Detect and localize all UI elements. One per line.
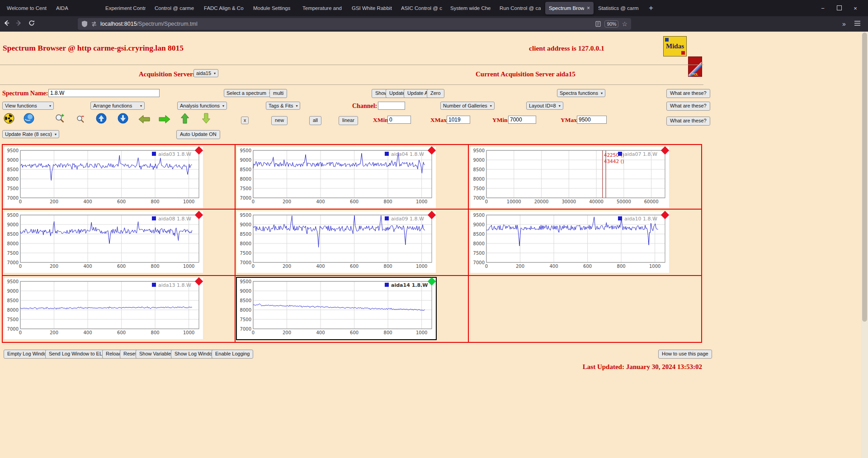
what-are-these-button-1[interactable]: What are these? (666, 89, 710, 98)
spectrum-plot-aida09[interactable]: 7000750080008500900095000200400600800100… (237, 211, 436, 273)
svg-text:9000: 9000 (473, 158, 485, 163)
svg-text:200: 200 (283, 330, 291, 335)
number-of-galleries-dropdown[interactable]: Number of Galleries▾ (440, 102, 495, 110)
new-button[interactable]: new (271, 116, 288, 125)
arrange-functions-dropdown[interactable]: Arrange functions▾ (90, 102, 145, 110)
acquisition-server-select[interactable]: aida15▾ (193, 69, 218, 77)
url-bar[interactable]: localhost:8015/Spectrum/Spectrum.tml 90%… (78, 18, 631, 30)
layout-id-dropdown[interactable]: Layout ID=8▾ (526, 102, 563, 110)
menu-button[interactable] (851, 20, 863, 28)
scrollbar-thumb[interactable] (862, 33, 867, 322)
spectra-functions-dropdown[interactable]: Spectra functions▾ (557, 89, 605, 97)
reader-mode-icon[interactable] (595, 21, 601, 27)
spectrum-plot-aida14[interactable]: 7000750080008500900095000200400600800100… (237, 278, 436, 339)
zoom-level-chip[interactable]: 90% (604, 20, 618, 28)
svg-text:7000: 7000 (473, 260, 485, 265)
auto-update-button[interactable]: Auto Update ON (176, 130, 220, 139)
spectrum-plot-aida07[interactable]: 7000750080008500900095000100002000030000… (470, 147, 669, 208)
spectrum-name-input[interactable] (48, 89, 160, 97)
browser-tab-12[interactable]: Spectrum Brow× (545, 2, 594, 14)
svg-text:8000: 8000 (240, 241, 251, 246)
browser-tab-2[interactable]: AIDA (52, 2, 101, 14)
update-rate-dropdown[interactable]: Update Rate (8 secs)▾ (2, 130, 59, 138)
reload-button[interactable] (25, 19, 38, 28)
view-functions-dropdown[interactable]: View functions▾ (2, 102, 54, 110)
browser-tab-10[interactable]: System wide Che (447, 2, 495, 14)
select-spectrum-dropdown[interactable]: Select a spectrum▾ (224, 89, 274, 97)
toolbar-overflow-button[interactable]: » (837, 20, 851, 28)
browser-tab-3[interactable]: Experiment Contr (102, 2, 150, 14)
spectrum-plot-aida13[interactable]: 7000750080008500900095000200400600800100… (4, 278, 203, 339)
svg-text:50000: 50000 (617, 199, 631, 204)
all-button[interactable]: all (309, 116, 321, 125)
x-close-button[interactable]: x (241, 117, 249, 124)
bookmark-star-icon[interactable]: ☆ (622, 20, 627, 28)
vertical-scrollbar[interactable] (861, 32, 868, 458)
browser-tab-6[interactable]: Module Settings (250, 2, 298, 14)
divider (0, 65, 703, 65)
svg-text:400: 400 (84, 330, 92, 335)
svg-text:400: 400 (84, 264, 92, 269)
svg-text:600: 600 (350, 330, 359, 335)
zoom-out-icon[interactable] (76, 115, 85, 126)
tab-close-icon[interactable]: × (584, 5, 590, 11)
browser-tab-7[interactable]: Temperature and (299, 2, 347, 14)
svg-text:9500: 9500 (473, 148, 485, 153)
browser-tab-4[interactable]: Control @ carme (151, 2, 199, 14)
chevron-down-icon: ▾ (601, 91, 603, 95)
svg-text:aida04 1.8.W: aida04 1.8.W (391, 151, 424, 157)
what-are-these-button-2[interactable]: What are these? (666, 102, 710, 111)
svg-text:600: 600 (117, 330, 126, 335)
spectrum-plot-aida08[interactable]: 7000750080008500900095000200400600800100… (4, 211, 203, 273)
tab-title: GSI White Rabbit (352, 5, 392, 11)
globe-refresh-icon[interactable] (24, 113, 34, 126)
analysis-functions-dropdown[interactable]: Analysis functions▾ (177, 102, 227, 110)
tcl-powered-logo: TCL (688, 56, 702, 77)
spectrum-plot-aida10[interactable]: 7000750080008500900095000200400600800100… (470, 211, 669, 273)
radiation-icon[interactable] (4, 113, 14, 126)
ymin-input[interactable] (508, 116, 536, 124)
multi-button[interactable]: multi (269, 89, 287, 98)
linear-button[interactable]: linear (339, 116, 358, 125)
xmin-input[interactable] (387, 116, 411, 124)
browser-tab-13[interactable]: Statistics @ carm (594, 2, 643, 14)
zero-button[interactable]: Zero (427, 89, 444, 98)
enable-logging-button[interactable]: Enable Logging (212, 350, 253, 359)
browser-tab-1[interactable]: Welcome to Cent (3, 2, 52, 14)
ymax-input[interactable] (577, 116, 607, 124)
spectrum-previous-icon[interactable] (96, 113, 107, 126)
svg-text:400: 400 (84, 199, 92, 204)
window-minimize-button[interactable]: − (815, 5, 831, 12)
send-log-to-elog-button[interactable]: Send Log Window to ELog (45, 350, 111, 359)
spectrum-plot-aida04[interactable]: 7000750080008500900095000200400600800100… (237, 147, 436, 208)
browser-tab-8[interactable]: GSI White Rabbit (348, 2, 396, 14)
spectrum-next-icon[interactable] (118, 113, 128, 126)
xmax-input[interactable] (447, 116, 470, 124)
how-to-use-button[interactable]: How to use this page (658, 350, 712, 359)
zoom-in-icon[interactable] (54, 113, 65, 126)
tags-fits-value: Tags & Fits (269, 103, 293, 108)
arrow-right-icon[interactable] (159, 115, 170, 126)
browser-tab-5[interactable]: FADC Align & Co (200, 2, 249, 14)
forward-button[interactable] (13, 19, 25, 28)
midas-logo: Midas (663, 36, 687, 56)
spectrum-plot-aida03[interactable]: 7000750080008500900095000200400600800100… (4, 147, 203, 208)
back-button[interactable] (0, 19, 13, 28)
svg-text:aida14 1.8.W: aida14 1.8.W (391, 282, 428, 288)
what-are-these-button-3[interactable]: What are these? (666, 117, 710, 126)
channel-input[interactable] (378, 102, 405, 110)
svg-text:9500: 9500 (473, 213, 485, 218)
arrow-left-icon[interactable] (138, 115, 150, 126)
new-tab-button[interactable]: + (643, 4, 659, 13)
svg-text:200: 200 (516, 264, 524, 269)
permissions-icon[interactable] (91, 21, 97, 27)
svg-text:200: 200 (50, 330, 58, 335)
svg-text:400: 400 (316, 199, 325, 204)
window-close-button[interactable]: × (847, 5, 863, 12)
browser-tab-9[interactable]: ASIC Control @ c (397, 2, 446, 14)
browser-tab-11[interactable]: Run Control @ ca (496, 2, 544, 14)
arrow-up-icon[interactable] (180, 113, 189, 126)
window-maximize-button[interactable] (831, 5, 847, 12)
arrow-down-icon[interactable] (202, 113, 211, 126)
tags-fits-dropdown[interactable]: Tags & Fits▾ (266, 102, 300, 110)
